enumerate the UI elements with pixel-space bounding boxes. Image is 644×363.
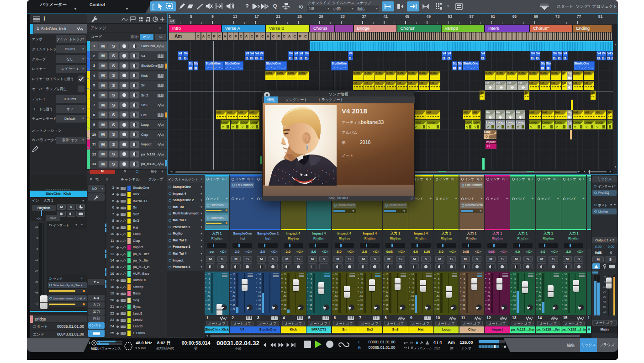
svg-text:-6: -6	[539, 286, 541, 289]
svg-text:-24: -24	[359, 295, 363, 298]
svg-text:-6: -6	[565, 286, 567, 289]
svg-text:-72: -72	[411, 308, 414, 310]
svg-text:-12: -12	[385, 290, 388, 293]
svg-text:-12: -12	[487, 290, 490, 293]
svg-text:-36: -36	[461, 299, 465, 302]
svg-text:-48: -48	[232, 304, 235, 306]
svg-text:-36: -36	[602, 295, 606, 298]
svg-text:-72: -72	[563, 308, 566, 310]
svg-text:-48: -48	[385, 304, 388, 306]
svg-text:-48: -48	[308, 304, 311, 306]
svg-text:-48: -48	[487, 304, 490, 306]
svg-text:-72: -72	[487, 308, 490, 310]
svg-text:10: 10	[462, 273, 465, 276]
svg-text:-36: -36	[359, 299, 363, 302]
svg-text:6: 6	[259, 278, 261, 280]
svg-text:0: 0	[362, 282, 363, 284]
svg-text:10: 10	[233, 273, 236, 276]
svg-text:-48: -48	[411, 304, 414, 306]
svg-text:6: 6	[438, 278, 439, 280]
svg-text:6: 6	[565, 278, 567, 280]
svg-text:6: 6	[311, 278, 312, 280]
svg-text:-6: -6	[335, 286, 338, 289]
svg-text:-72: -72	[334, 308, 337, 310]
svg-text:0: 0	[336, 282, 338, 284]
svg-text:0: 0	[234, 282, 236, 284]
svg-text:-36: -36	[283, 299, 286, 302]
svg-text:10: 10	[309, 273, 312, 276]
svg-text:6: 6	[464, 278, 465, 280]
svg-text:-72: -72	[308, 308, 311, 310]
svg-text:-36: -36	[538, 299, 541, 302]
svg-text:6: 6	[336, 278, 338, 280]
svg-text:-6: -6	[437, 286, 439, 289]
svg-text:10: 10	[35, 225, 38, 228]
svg-text:-36: -36	[512, 299, 516, 302]
svg-text:-24: -24	[34, 269, 38, 272]
svg-text:-24: -24	[258, 295, 261, 298]
svg-text:6: 6	[412, 278, 414, 280]
svg-text:-36: -36	[385, 299, 388, 302]
svg-text:-6: -6	[463, 286, 465, 289]
svg-text:-6: -6	[284, 286, 286, 289]
svg-text:-72: -72	[258, 308, 261, 310]
svg-text:-48: -48	[461, 304, 465, 306]
svg-text:-48: -48	[34, 291, 38, 294]
svg-text:-36: -36	[258, 299, 261, 302]
svg-text:-6: -6	[488, 286, 491, 289]
svg-text:-72: -72	[538, 308, 541, 310]
svg-text:0: 0	[514, 282, 516, 284]
svg-text:-12: -12	[34, 258, 38, 261]
svg-text:-72: -72	[602, 310, 606, 313]
svg-text:-6: -6	[604, 280, 606, 283]
svg-text:-24: -24	[385, 295, 388, 298]
svg-text:-36: -36	[232, 299, 235, 302]
svg-text:-12: -12	[359, 290, 363, 293]
svg-text:10: 10	[259, 273, 261, 276]
svg-text:10: 10	[335, 273, 338, 276]
svg-text:10: 10	[538, 273, 541, 276]
svg-text:-72: -72	[385, 308, 388, 310]
svg-text:-24: -24	[461, 295, 465, 298]
svg-text:6: 6	[387, 278, 388, 280]
svg-text:10: 10	[411, 273, 414, 276]
svg-text:-12: -12	[308, 290, 311, 293]
svg-text:-24: -24	[232, 295, 235, 298]
svg-text:0: 0	[387, 282, 388, 284]
svg-text:-12: -12	[232, 290, 235, 293]
svg-text:-60: -60	[602, 305, 606, 308]
svg-text:-48: -48	[538, 304, 541, 306]
svg-text:-48: -48	[359, 304, 363, 306]
svg-text:10: 10	[284, 273, 286, 276]
svg-text:-12: -12	[258, 290, 261, 293]
svg-text:-72: -72	[436, 308, 439, 310]
svg-text:-12: -12	[512, 290, 516, 293]
svg-text:0: 0	[259, 282, 261, 284]
svg-text:-24: -24	[308, 295, 311, 298]
svg-text:6: 6	[209, 278, 210, 280]
svg-text:-48: -48	[206, 304, 210, 306]
svg-text:10: 10	[513, 273, 516, 276]
svg-text:-36: -36	[334, 299, 337, 302]
svg-text:0: 0	[311, 282, 312, 284]
svg-text:-48: -48	[602, 300, 606, 303]
svg-text:-24: -24	[512, 295, 516, 298]
svg-text:-6: -6	[208, 286, 210, 289]
svg-text:-12: -12	[206, 290, 210, 293]
svg-text:-24: -24	[563, 295, 566, 298]
svg-text:-48: -48	[283, 304, 286, 306]
svg-text:10: 10	[564, 273, 567, 276]
svg-text:-36: -36	[563, 299, 566, 302]
svg-text:10: 10	[488, 273, 491, 276]
svg-text:-24: -24	[411, 295, 414, 298]
svg-text:-12: -12	[436, 290, 439, 293]
svg-text:-48: -48	[258, 304, 261, 306]
svg-text:-12: -12	[411, 290, 414, 293]
svg-text:0: 0	[565, 282, 567, 284]
svg-text:0: 0	[412, 282, 414, 284]
svg-text:10: 10	[207, 273, 210, 276]
svg-text:-6: -6	[233, 286, 236, 289]
svg-text:-36: -36	[34, 280, 38, 283]
svg-text:-24: -24	[283, 295, 286, 298]
svg-text:-6: -6	[259, 286, 261, 289]
